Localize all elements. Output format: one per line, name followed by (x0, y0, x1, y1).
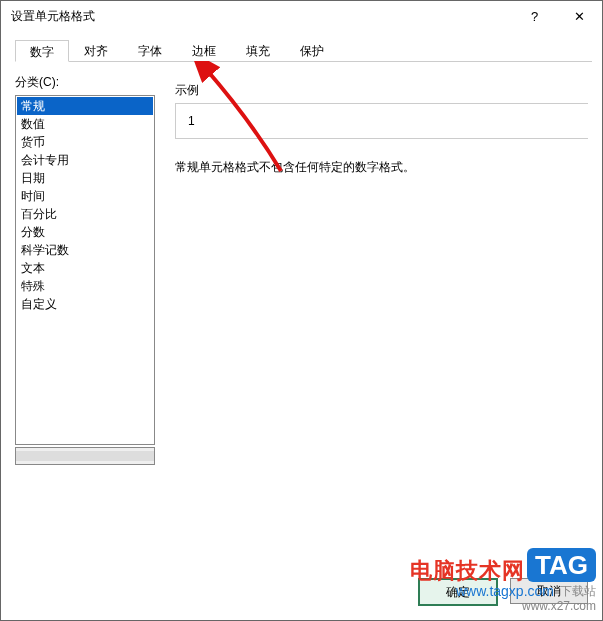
category-item-percentage[interactable]: 百分比 (17, 205, 153, 223)
dialog-buttons: 确定 取消 (418, 578, 588, 606)
close-button[interactable]: ✕ (557, 1, 602, 31)
scroll-track (16, 451, 154, 461)
tab-bar: 数字 对齐 字体 边框 填充 保护 (15, 39, 592, 62)
tab-font[interactable]: 字体 (123, 39, 177, 61)
sample-label: 示例 (175, 82, 588, 99)
category-item-special[interactable]: 特殊 (17, 277, 153, 295)
sample-value: 1 (188, 114, 195, 128)
tab-protection[interactable]: 保护 (285, 39, 339, 61)
format-description: 常规单元格格式不包含任何特定的数字格式。 (175, 159, 588, 176)
tab-border[interactable]: 边框 (177, 39, 231, 61)
dialog-body: 分类(C): 常规 数值 货币 会计专用 日期 时间 百分比 分数 科学记数 文… (1, 62, 602, 542)
dialog-title: 设置单元格格式 (11, 8, 512, 25)
category-item-fraction[interactable]: 分数 (17, 223, 153, 241)
category-item-accounting[interactable]: 会计专用 (17, 151, 153, 169)
watermark-tag: TAG (527, 548, 596, 582)
format-cells-dialog: 设置单元格格式 ? ✕ 数字 对齐 字体 边框 填充 保护 分类(C): 常规 … (0, 0, 603, 621)
sample-box: 1 (175, 103, 588, 139)
category-item-scientific[interactable]: 科学记数 (17, 241, 153, 259)
title-bar: 设置单元格格式 ? ✕ (1, 1, 602, 31)
category-item-text[interactable]: 文本 (17, 259, 153, 277)
tab-alignment[interactable]: 对齐 (69, 39, 123, 61)
tab-number[interactable]: 数字 (15, 40, 69, 62)
category-label: 分类(C): (15, 74, 155, 91)
category-item-date[interactable]: 日期 (17, 169, 153, 187)
category-item-time[interactable]: 时间 (17, 187, 153, 205)
category-item-general[interactable]: 常规 (17, 97, 153, 115)
category-item-currency[interactable]: 货币 (17, 133, 153, 151)
ok-button[interactable]: 确定 (418, 578, 498, 606)
tab-fill[interactable]: 填充 (231, 39, 285, 61)
category-scroll-indicator[interactable] (15, 447, 155, 465)
cancel-button[interactable]: 取消 (510, 578, 588, 604)
category-item-number[interactable]: 数值 (17, 115, 153, 133)
help-button[interactable]: ? (512, 1, 557, 31)
category-item-custom[interactable]: 自定义 (17, 295, 153, 313)
category-list[interactable]: 常规 数值 货币 会计专用 日期 时间 百分比 分数 科学记数 文本 特殊 自定… (15, 95, 155, 445)
detail-panel: 示例 1 常规单元格格式不包含任何特定的数字格式。 (175, 74, 588, 542)
category-panel: 分类(C): 常规 数值 货币 会计专用 日期 时间 百分比 分数 科学记数 文… (15, 74, 155, 542)
